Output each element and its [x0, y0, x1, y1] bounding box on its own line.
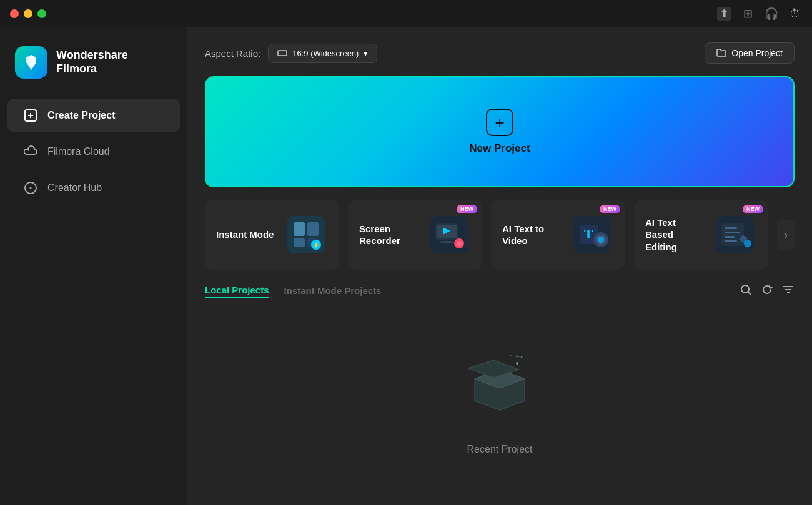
titlebar-actions: ⬆ ⊞ 🎧 ⏱	[717, 7, 802, 21]
svg-point-5	[30, 187, 32, 189]
svg-rect-10	[294, 238, 305, 247]
titlebar: ⬆ ⊞ 🎧 ⏱	[0, 0, 812, 27]
svg-text:T: T	[584, 226, 593, 242]
app-name-line1: Wondershare	[56, 49, 128, 62]
tab-local-projects[interactable]: Local Projects	[205, 285, 269, 298]
ai-text-to-video-icon: T	[570, 213, 614, 257]
plus-square-icon	[22, 107, 39, 124]
main-content: Aspect Ratio: 16:9 (Widescreen) ▾ Open P…	[187, 27, 812, 505]
refresh-icon[interactable]	[761, 283, 773, 299]
minimize-button[interactable]	[24, 9, 32, 18]
svg-rect-32	[725, 240, 737, 242]
svg-point-43	[516, 362, 518, 365]
new-project-banner[interactable]: + New Project	[205, 76, 795, 187]
ai-text-based-editing-icon	[713, 213, 757, 257]
widescreen-icon	[277, 50, 287, 56]
svg-point-33	[744, 240, 751, 247]
ai-text-to-video-badge: NEW	[600, 205, 620, 213]
app-name-line2: Filmora	[56, 62, 128, 76]
svg-point-26	[598, 237, 604, 243]
svg-line-35	[748, 292, 751, 295]
sidebar-item-label-hub: Creator Hub	[47, 182, 102, 194]
projects-header: Local Projects Instant Mode Projects	[205, 283, 795, 299]
sidebar-item-create-project[interactable]: Create Project	[7, 99, 180, 132]
main-layout: Wondershare Filmora Create Project Filmo…	[0, 27, 812, 505]
sidebar-item-filmora-cloud[interactable]: Filmora Cloud	[7, 135, 180, 169]
instant-mode-icon: ⚡	[284, 213, 328, 257]
projects-actions	[740, 283, 795, 299]
aspect-ratio-label: Aspect Ratio:	[205, 48, 260, 59]
logo-text: Wondershare Filmora	[56, 49, 128, 76]
ai-text-based-editing-label: AI Text Based Editing	[645, 217, 705, 253]
svg-rect-30	[725, 232, 740, 233]
sidebar: Wondershare Filmora Create Project Filmo…	[0, 27, 187, 505]
aspect-ratio-select[interactable]: 16:9 (Widescreen) ▾	[268, 44, 377, 63]
tab-instant-mode-projects[interactable]: Instant Mode Projects	[284, 285, 382, 297]
instant-mode-label: Instant Mode	[216, 228, 275, 241]
aspect-ratio-value: 16:9 (Widescreen)	[292, 49, 359, 58]
open-project-button[interactable]: Open Project	[705, 42, 795, 64]
filter-icon[interactable]	[782, 283, 795, 299]
empty-state: Recent Project	[205, 309, 795, 490]
cloud-icon	[22, 144, 39, 160]
empty-state-label: Recent Project	[467, 444, 533, 455]
svg-point-45	[510, 355, 512, 356]
screen-recorder-label: Screen Recorder	[359, 223, 418, 247]
aspect-ratio-area: Aspect Ratio: 16:9 (Widescreen) ▾	[205, 44, 377, 63]
feature-card-ai-text-based-editing[interactable]: AI Text Based Editing NEW	[634, 200, 768, 270]
open-project-label: Open Project	[731, 48, 783, 58]
svg-point-20	[457, 241, 462, 246]
ai-text-based-editing-badge: NEW	[743, 205, 763, 213]
search-icon[interactable]	[740, 283, 752, 299]
svg-rect-18	[440, 241, 453, 243]
top-bar: Aspect Ratio: 16:9 (Widescreen) ▾ Open P…	[205, 42, 795, 64]
maximize-button[interactable]	[37, 9, 46, 18]
feature-card-screen-recorder[interactable]: Screen Recorder NEW	[348, 200, 482, 270]
projects-tabs: Local Projects Instant Mode Projects	[205, 285, 381, 298]
compass-icon	[22, 180, 39, 196]
feature-card-instant-mode[interactable]: Instant Mode ⚡	[205, 200, 339, 270]
logo-area: Wondershare Filmora	[0, 40, 187, 97]
window-controls	[10, 9, 46, 18]
svg-text:⚡: ⚡	[312, 241, 320, 249]
svg-point-44	[521, 356, 523, 358]
new-project-label: New Project	[469, 142, 530, 155]
folder-icon	[716, 48, 726, 58]
svg-rect-8	[294, 222, 305, 236]
svg-rect-31	[725, 236, 735, 238]
svg-rect-6	[278, 51, 287, 56]
grid-icon[interactable]: ⊞	[741, 7, 755, 21]
empty-box-icon	[462, 345, 537, 433]
settings-icon[interactable]: ⏱	[788, 7, 802, 21]
svg-rect-29	[725, 227, 737, 229]
cards-next-arrow[interactable]: ›	[777, 220, 795, 250]
ai-text-to-video-label: AI Text to Video	[502, 223, 562, 247]
feature-card-ai-text-to-video[interactable]: AI Text to Video T NEW	[491, 200, 625, 270]
headphones-icon[interactable]: 🎧	[765, 7, 778, 21]
new-project-plus-icon: +	[486, 109, 513, 136]
sidebar-item-label-cloud: Filmora Cloud	[47, 146, 110, 157]
app-logo	[15, 46, 47, 79]
sidebar-item-label-create: Create Project	[47, 110, 116, 121]
svg-rect-28	[721, 223, 744, 246]
upload-icon[interactable]: ⬆	[717, 7, 731, 21]
chevron-down-icon: ▾	[364, 49, 368, 58]
svg-rect-9	[307, 222, 319, 236]
sidebar-item-creator-hub[interactable]: Creator Hub	[7, 171, 180, 205]
screen-recorder-icon	[427, 213, 471, 257]
close-button[interactable]	[10, 9, 19, 18]
screen-recorder-badge: NEW	[457, 205, 477, 213]
